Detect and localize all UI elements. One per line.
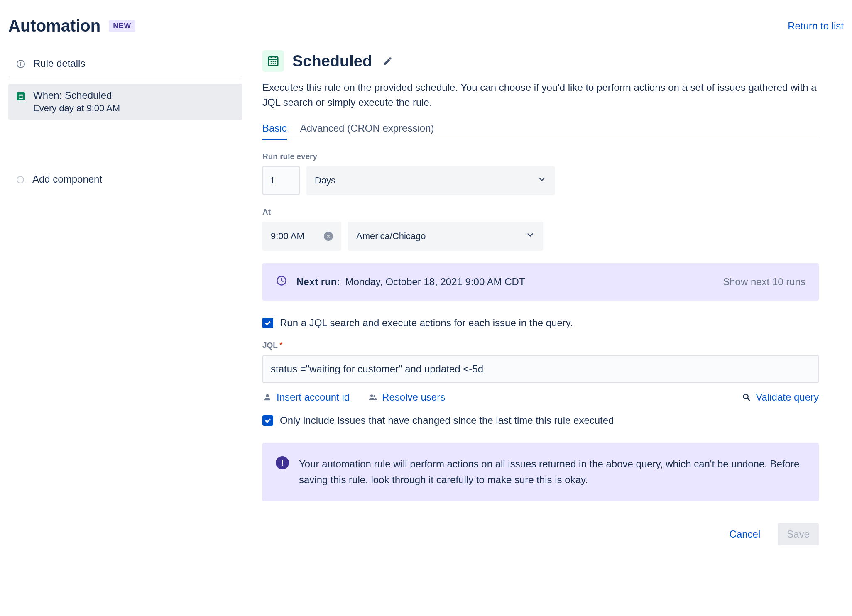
sidebar-rule-details[interactable]: i Rule details [8,50,242,77]
edit-icon[interactable] [383,56,393,66]
svg-point-8 [271,61,272,62]
clock-icon [276,275,287,289]
next-run-label: Next run: [296,276,340,287]
timezone-select[interactable]: America/Chicago [348,222,543,251]
interval-unit-text: Days [315,175,335,186]
run-every-section: Run rule every Days [262,152,819,195]
only-changed-row: Only include issues that have changed si… [262,415,819,426]
insert-account-id-link[interactable]: Insert account id [262,391,350,403]
time-value: 9:00 AM [271,231,304,242]
jql-label-row: JQL * [262,340,819,350]
footer-actions: Cancel Save [262,523,819,545]
insert-account-text: Insert account id [277,391,350,403]
new-badge: NEW [109,20,135,32]
required-indicator: * [279,340,283,350]
time-input[interactable]: 9:00 AM [262,222,341,251]
sidebar-add-component[interactable]: Add component [8,166,242,193]
exclamation-icon: ! [276,456,289,469]
header-left: Automation NEW [8,17,135,35]
jql-enable-row: Run a JQL search and execute actions for… [262,317,819,329]
warning-info-box: ! Your automation rule will perform acti… [262,443,819,501]
validate-text: Validate query [756,391,819,403]
tab-basic[interactable]: Basic [262,122,287,139]
trigger-subtitle: Every day at 9:00 AM [33,103,120,114]
svg-point-12 [273,63,274,64]
validate-query-link[interactable]: Validate query [742,391,819,403]
cancel-button[interactable]: Cancel [720,523,770,545]
svg-point-15 [266,394,269,397]
empty-circle-icon [17,176,24,183]
svg-point-11 [271,63,272,64]
person-icon [262,392,272,402]
svg-rect-0 [19,95,23,98]
only-changed-checkbox[interactable] [262,415,273,426]
main-panel: Scheduled Executes this rule on the prov… [262,50,835,608]
svg-point-9 [273,61,274,62]
calendar-large-icon [262,50,284,72]
rule-details-label: Rule details [33,58,85,69]
svg-point-16 [370,394,373,397]
main-header: Scheduled [262,50,819,72]
show-next-runs-link[interactable]: Show next 10 runs [723,276,805,288]
page-title: Automation [8,17,100,35]
clear-time-icon[interactable] [324,232,333,241]
interval-value-input[interactable] [262,166,300,195]
info-text: Your automation rule will perform action… [299,456,805,488]
chevron-down-icon [537,175,546,186]
tabs: Basic Advanced (CRON expression) [262,122,819,139]
calendar-icon [17,92,25,100]
timezone-text: America/Chicago [356,231,426,242]
svg-point-17 [373,395,375,397]
return-to-list-link[interactable]: Return to list [788,20,844,32]
sidebar-trigger-item[interactable]: When: Scheduled Every day at 9:00 AM [8,84,242,120]
page-header: Automation NEW Return to list [8,8,844,50]
at-section: At 9:00 AM America/Chicago [262,208,819,251]
tab-advanced[interactable]: Advanced (CRON expression) [300,122,434,139]
search-icon [742,392,752,402]
run-every-label: Run rule every [262,152,819,161]
main-title: Scheduled [292,52,372,70]
jql-input[interactable] [262,355,819,383]
jql-enable-label: Run a JQL search and execute actions for… [280,317,573,329]
description-text: Executes this rule on the provided sched… [262,80,819,110]
jql-helpers: Insert account id Resolve users Validate… [262,391,819,403]
info-icon: i [17,60,25,68]
at-label: At [262,208,819,217]
resolve-users-text: Resolve users [382,391,445,403]
resolve-users-link[interactable]: Resolve users [368,391,445,403]
chevron-down-icon [526,230,535,242]
only-changed-label: Only include issues that have changed si… [280,415,614,426]
next-run-value: Monday, October 18, 2021 9:00 AM CDT [345,276,525,287]
people-icon [368,392,378,402]
jql-enable-checkbox[interactable] [262,318,273,328]
next-run-box: Next run: Monday, October 18, 2021 9:00 … [262,263,819,301]
save-button[interactable]: Save [778,523,819,545]
trigger-title: When: Scheduled [33,90,120,101]
jql-label: JQL [262,341,278,350]
svg-point-10 [275,61,276,62]
add-component-label: Add component [32,174,102,185]
sidebar: i Rule details When: Scheduled Every day… [8,50,242,608]
svg-point-13 [275,63,276,64]
interval-unit-select[interactable]: Days [306,166,555,195]
